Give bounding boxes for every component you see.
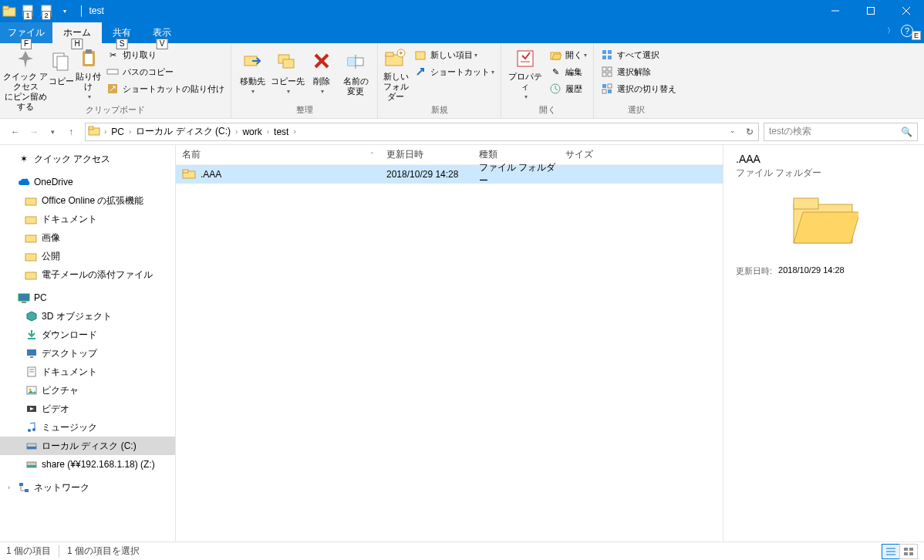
music-icon <box>25 420 39 434</box>
nav-pc-1[interactable]: ダウンロード <box>0 326 175 344</box>
search-placeholder: testの検索 <box>769 125 901 138</box>
folder-icon <box>25 268 39 282</box>
view-large-icons-button[interactable] <box>899 544 918 559</box>
nav-od-0[interactable]: Office Online の拡張機能 <box>0 191 175 210</box>
up-button[interactable]: ↑ <box>62 123 80 141</box>
open-button[interactable]: 開く ▾ <box>545 46 590 63</box>
select-none-button[interactable]: 選択解除 <box>597 63 680 80</box>
copyto-icon <box>275 48 301 74</box>
new-item-button[interactable]: 新しい項目 ▾ <box>410 46 497 63</box>
nav-network[interactable]: ›ネットワーク <box>0 478 175 497</box>
nav-od-1[interactable]: ドキュメント <box>0 210 175 228</box>
col-modified[interactable]: 更新日時 <box>380 145 473 164</box>
nav-pc-6[interactable]: ミュージック <box>0 418 175 437</box>
cloud-icon <box>17 175 31 189</box>
rename-button[interactable]: 名前の 変更 <box>338 45 373 102</box>
nav-pc-3[interactable]: ドキュメント <box>0 363 175 381</box>
properties-icon <box>512 48 538 69</box>
nav-pc-2[interactable]: デスクトップ <box>0 344 175 363</box>
qat-dropdown[interactable]: ▾ <box>56 2 74 20</box>
pin-to-quick-access-button[interactable]: クイック アクセス にピン留めする <box>3 45 48 102</box>
minimize-button[interactable] <box>818 0 853 22</box>
table-row[interactable]: .AAA 2018/10/29 14:28 ファイル フォルダー <box>176 165 723 184</box>
svg-rect-52 <box>28 338 35 339</box>
svg-rect-24 <box>386 52 393 56</box>
title-separator: │ <box>74 5 89 16</box>
forward-button[interactable]: → <box>25 123 43 141</box>
maximize-button[interactable] <box>853 0 889 22</box>
new-shortcut-button[interactable]: ショートカット ▾ <box>410 63 497 80</box>
new-folder-button[interactable]: ✦新しい フォルダー <box>381 45 410 102</box>
history-button[interactable]: 履歴 <box>545 80 590 97</box>
edit-icon: ✎ <box>548 65 562 79</box>
nav-od-3[interactable]: 公開 <box>0 247 175 265</box>
nav-pc-0[interactable]: 3D オブジェクト <box>0 307 175 326</box>
minimize-ribbon-button[interactable]: 〉 <box>887 25 895 36</box>
paste-shortcut-button[interactable]: ショートカットの貼り付け <box>103 80 228 97</box>
moveto-icon <box>239 48 265 74</box>
desktop-icon <box>25 346 39 360</box>
recent-dropdown[interactable]: ▾ <box>43 123 62 141</box>
address-bar[interactable]: › PC› ローカル ディスク (C:)› work› test› ⌄ ↻ <box>85 123 759 141</box>
col-name[interactable]: 名前⌃ <box>176 145 380 164</box>
select-invert-button[interactable]: 選択の切り替え <box>597 80 680 97</box>
delete-icon <box>309 48 335 74</box>
delete-button[interactable]: 削除▾ <box>305 45 338 102</box>
tab-home[interactable]: ホーム H <box>52 22 102 43</box>
navigation-pane[interactable]: ✶クイック アクセス OneDrive Office Online の拡張機能 … <box>0 145 176 541</box>
back-button[interactable]: ← <box>6 123 25 141</box>
svg-rect-12 <box>86 49 92 53</box>
file-type: ファイル フォルダー <box>473 165 559 184</box>
nav-pc-8[interactable]: share (¥¥192.168.1.18) (Z:) <box>0 455 175 474</box>
address-dropdown[interactable]: ⌄ <box>724 127 741 137</box>
file-list[interactable]: 名前⌃ 更新日時 種類 サイズ .AAA 2018/10/29 14:28 ファ… <box>176 145 723 541</box>
paste-button[interactable]: 貼り付け▾ <box>74 45 103 102</box>
col-size[interactable]: サイズ <box>559 145 621 164</box>
qat-item-1[interactable]: 1 <box>19 2 37 20</box>
file-name: .AAA <box>201 169 221 180</box>
status-count: 1 個の項目 <box>6 545 51 558</box>
qat-explorer-icon[interactable] <box>0 2 19 20</box>
breadcrumb-disk[interactable]: ローカル ディスク (C:) <box>133 123 234 140</box>
nav-quick-access[interactable]: ✶クイック アクセス <box>0 150 175 168</box>
tab-share[interactable]: 共有 S <box>102 22 142 43</box>
close-button[interactable] <box>889 0 924 22</box>
picture-icon <box>25 383 39 397</box>
copy-button[interactable]: コピー <box>48 45 74 102</box>
nav-od-4[interactable]: 電子メールの添付ファイル <box>0 265 175 284</box>
svg-rect-66 <box>27 465 36 467</box>
nav-onedrive[interactable]: OneDrive <box>0 173 175 191</box>
refresh-button[interactable]: ↻ <box>741 127 758 137</box>
move-to-button[interactable]: 移動先▾ <box>234 45 270 102</box>
copy-path-button[interactable]: パスのコピー <box>103 63 228 80</box>
svg-point-62 <box>32 428 35 431</box>
pc-icon <box>17 291 31 305</box>
view-details-button[interactable] <box>882 544 900 559</box>
open-icon <box>548 48 562 62</box>
svg-rect-54 <box>30 356 33 358</box>
qat-item-2[interactable]: 2 <box>37 2 56 20</box>
properties-button[interactable]: プロパティ▾ <box>504 45 545 102</box>
search-box[interactable]: testの検索 🔍 <box>764 123 918 141</box>
svg-rect-45 <box>25 198 36 205</box>
edit-button[interactable]: ✎編集 <box>545 63 590 80</box>
nav-pc-7[interactable]: ローカル ディスク (C:) <box>0 437 175 455</box>
svg-rect-67 <box>19 483 23 486</box>
breadcrumb-pc[interactable]: PC <box>108 123 127 140</box>
svg-rect-1 <box>3 6 8 9</box>
svg-rect-27 <box>416 52 425 59</box>
breadcrumb-work[interactable]: work <box>239 123 265 140</box>
tab-view[interactable]: 表示 V <box>142 22 182 43</box>
svg-rect-36 <box>608 67 612 71</box>
window-title: test <box>89 5 104 16</box>
copy-to-button[interactable]: コピー先▾ <box>270 45 305 102</box>
nav-pc-4[interactable]: ピクチャ <box>0 381 175 400</box>
select-all-button[interactable]: すべて選択 <box>597 46 680 63</box>
select-all-icon <box>600 48 614 62</box>
nav-pc[interactable]: PC <box>0 288 175 307</box>
breadcrumb-test[interactable]: test <box>271 123 292 140</box>
nav-od-2[interactable]: 画像 <box>0 228 175 247</box>
svg-rect-38 <box>608 73 612 76</box>
tab-file[interactable]: ファイル F <box>0 22 52 43</box>
nav-pc-5[interactable]: ビデオ <box>0 400 175 418</box>
